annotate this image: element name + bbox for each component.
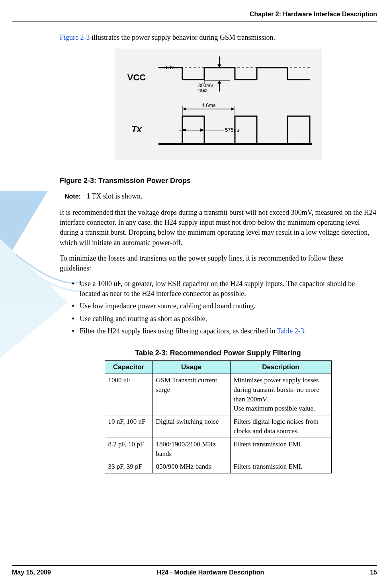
list-item: Use low impedance power source, cabling … <box>73 301 376 311</box>
footer-title: H24 - Module Hardware Description <box>157 568 264 577</box>
paragraph-2: To minimize the losses and transients on… <box>60 253 376 273</box>
page-footer: May 15, 2009 H24 - Module Hardware Descr… <box>12 565 377 577</box>
svg-marker-14 <box>182 107 186 111</box>
table-row: 1000 uF GSM Transmit current serge Minim… <box>105 374 331 415</box>
note-label: Note: <box>65 192 81 201</box>
tx-label: Tx <box>131 124 142 134</box>
figure-reference[interactable]: Figure 2-3 <box>60 33 90 41</box>
table-row: 8.2 pF, 10 pF 1800/1900/2100 MHz bands F… <box>105 438 331 460</box>
chapter-title: Chapter 2: Hardware Interface Descriptio… <box>250 10 377 19</box>
intro-paragraph: Figure 2-3 illustrates the power supply … <box>60 33 376 43</box>
table-reference[interactable]: Table 2-3 <box>277 327 304 335</box>
figure-caption: Figure 2-3: Transmission Power Drops <box>60 176 376 186</box>
guidelines-list: Use a 1000 uF, or greater, low ESR capac… <box>60 279 376 336</box>
note-text: 1 TX slot is shown. <box>86 192 142 200</box>
list-item: Use a 1000 uF, or greater, low ESR capac… <box>73 279 376 299</box>
paragraph-1: It is recommended that the voltage drops… <box>60 208 376 248</box>
table-row: 10 nF, 100 nF Digital switching noise Fi… <box>105 415 331 438</box>
table-row: 33 pF, 39 pF 850/900 MHz bands Filters t… <box>105 460 331 473</box>
footer-page-number: 15 <box>370 568 377 577</box>
tx-period-label: 4.6ms <box>201 102 216 108</box>
footer-date: May 15, 2009 <box>12 568 51 577</box>
table-header: Description <box>230 361 331 374</box>
table-header: Capacitor <box>105 361 152 374</box>
svg-marker-7 <box>217 80 221 84</box>
vcc-drop-label: 300mVmax <box>198 83 213 93</box>
svg-marker-15 <box>231 107 235 111</box>
tx-pulse-label: 575us <box>225 127 239 133</box>
page-header: Chapter 2: Hardware Interface Descriptio… <box>12 10 377 21</box>
filter-table: Capacitor Usage Description 1000 uF GSM … <box>105 360 332 473</box>
list-item: Filter the H24 supply lines using filter… <box>73 326 376 336</box>
list-item: Use cabling and routing as short as poss… <box>73 314 376 324</box>
note: Note: 1 TX slot is shown. <box>60 191 376 201</box>
intro-text: illustrates the power supply behavior du… <box>90 33 275 41</box>
table-header: Usage <box>152 361 230 374</box>
timing-diagram: VCC 3.3V 300mVmax Tx <box>115 49 322 160</box>
vcc-label: VCC <box>127 72 146 82</box>
table-caption: Table 2-3: Recommended Power Supply Filt… <box>60 348 376 358</box>
